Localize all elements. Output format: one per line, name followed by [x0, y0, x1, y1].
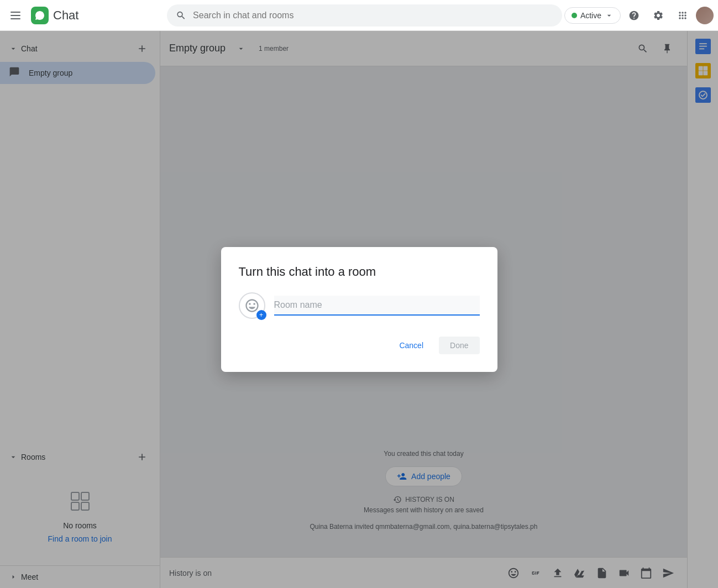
app-icon: [31, 7, 49, 24]
cancel-button[interactable]: Cancel: [388, 337, 434, 354]
search-bar[interactable]: [167, 4, 562, 27]
active-dot: [572, 13, 577, 18]
app-title: Chat: [53, 8, 78, 23]
hamburger-button[interactable]: [4, 4, 27, 27]
search-input[interactable]: [193, 11, 553, 20]
modal-input-row: +: [239, 292, 480, 319]
apps-button[interactable]: [672, 4, 694, 27]
active-status-button[interactable]: Active: [564, 7, 621, 24]
search-icon: [176, 10, 186, 21]
help-button[interactable]: [623, 4, 645, 27]
emoji-plus-icon: +: [256, 310, 266, 320]
modal-overlay: Turn this chat into a room + Cancel Done: [0, 31, 718, 588]
avatar[interactable]: [696, 7, 714, 24]
svg-rect-1: [11, 15, 20, 16]
turn-into-room-modal: Turn this chat into a room + Cancel Done: [221, 247, 497, 372]
done-button[interactable]: Done: [439, 337, 479, 354]
topbar-right: Active: [564, 4, 714, 27]
active-label: Active: [580, 11, 601, 20]
topbar-left: Chat: [4, 4, 165, 27]
room-name-input[interactable]: [274, 296, 480, 316]
emoji-placeholder-icon: [244, 298, 260, 313]
svg-rect-2: [11, 18, 20, 19]
svg-rect-0: [11, 12, 20, 13]
emoji-add-button[interactable]: +: [239, 292, 265, 319]
modal-actions: Cancel Done: [239, 337, 480, 354]
topbar: Chat Active: [0, 0, 718, 31]
active-chevron-icon: [605, 11, 614, 20]
settings-button[interactable]: [647, 4, 669, 27]
modal-title: Turn this chat into a room: [239, 265, 480, 279]
